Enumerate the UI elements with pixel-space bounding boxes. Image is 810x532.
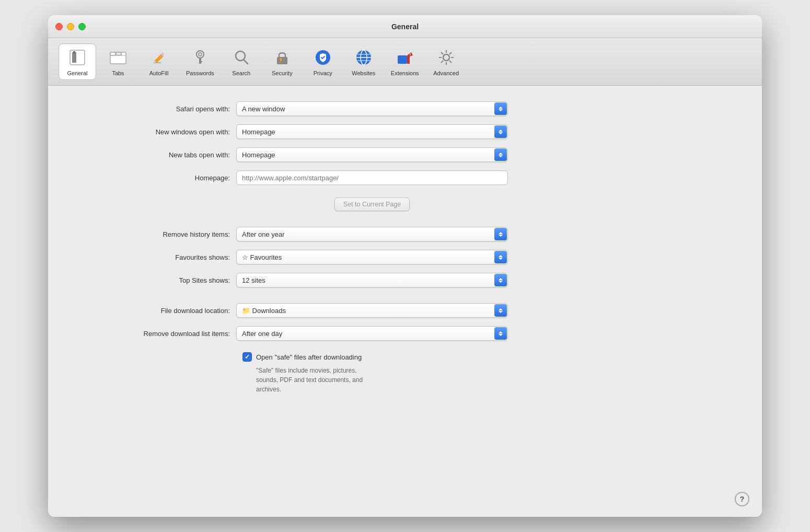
new-windows-select-wrapper: Homepage [236, 124, 508, 139]
new-windows-control: Homepage [236, 124, 508, 139]
passwords-icon [190, 47, 211, 68]
favourites-shows-control: ☆ Favourites [236, 250, 508, 264]
safari-preferences-window: General General [48, 15, 762, 517]
tab-websites[interactable]: Websites [345, 44, 383, 79]
new-windows-row: New windows open with: Homepage [69, 124, 741, 139]
content-area: Safari opens with: A new window New wind… [48, 86, 762, 517]
tab-autofill-label: AutoFill [149, 70, 169, 76]
open-safe-files-description: "Safe" files include movies, pictures, s… [242, 366, 741, 394]
file-download-row: File download location: 📁 Downloads [69, 303, 741, 318]
websites-icon [353, 47, 374, 68]
svg-rect-27 [398, 55, 407, 64]
minimize-button[interactable] [67, 23, 74, 30]
tab-general[interactable]: General [59, 43, 96, 80]
tab-security[interactable]: Security [263, 44, 301, 79]
svg-point-10 [196, 51, 204, 58]
favourites-shows-label: Favourites shows: [69, 253, 236, 261]
favourites-shows-row: Favourites shows: ☆ Favourites [69, 250, 741, 264]
top-sites-row: Top Sites shows: 12 sites [69, 273, 741, 287]
new-tabs-label: New tabs open with: [69, 151, 236, 159]
set-current-page-button[interactable]: Set to Current Page [334, 198, 410, 211]
svg-line-16 [244, 60, 248, 64]
top-sites-select[interactable]: 12 sites [236, 273, 508, 287]
remove-history-label: Remove history items: [69, 230, 236, 238]
extensions-icon [395, 47, 415, 68]
file-download-select[interactable]: 📁 Downloads [236, 303, 508, 318]
svg-point-19 [280, 58, 282, 60]
set-current-page-row: Set to Current Page [69, 193, 741, 211]
content-wrapper: Safari opens with: A new window New wind… [48, 86, 762, 517]
advanced-icon [436, 47, 457, 68]
toolbar: General Tabs [48, 38, 762, 86]
close-button[interactable] [55, 23, 63, 30]
tab-security-label: Security [272, 70, 293, 76]
remove-history-select[interactable]: After one year [236, 227, 508, 241]
remove-download-control: After one day [236, 326, 508, 341]
svg-point-12 [199, 53, 202, 56]
svg-rect-17 [277, 57, 287, 64]
remove-download-select[interactable]: After one day [236, 326, 508, 341]
tab-advanced-label: Advanced [433, 70, 459, 76]
safari-opens-select[interactable]: A new window [236, 101, 508, 116]
maximize-button[interactable] [78, 23, 86, 30]
open-safe-files-wrapper: Open "safe" files after downloading [242, 352, 362, 362]
top-sites-label: Top Sites shows: [69, 276, 236, 284]
favourites-shows-select-wrapper: ☆ Favourites [236, 250, 508, 264]
favourites-shows-select[interactable]: ☆ Favourites [236, 250, 508, 264]
file-download-select-wrapper: 📁 Downloads [236, 303, 508, 318]
tab-privacy[interactable]: Privacy [304, 44, 342, 79]
new-tabs-select[interactable]: Homepage [236, 147, 508, 162]
safari-opens-select-wrapper: A new window [236, 101, 508, 116]
homepage-control [236, 170, 508, 185]
security-icon [272, 47, 293, 68]
new-tabs-select-wrapper: Homepage [236, 147, 508, 162]
help-button[interactable]: ? [735, 492, 749, 506]
tab-tabs[interactable]: Tabs [99, 44, 137, 79]
file-download-control: 📁 Downloads [236, 303, 508, 318]
privacy-icon [313, 47, 333, 68]
tab-tabs-label: Tabs [112, 70, 124, 76]
open-safe-files-checkbox[interactable] [242, 352, 252, 362]
tab-passwords[interactable]: Passwords [181, 44, 219, 79]
homepage-row: Homepage: [69, 170, 741, 185]
tabs-icon [108, 47, 129, 68]
safari-opens-label: Safari opens with: [69, 105, 236, 113]
new-tabs-row: New tabs open with: Homepage [69, 147, 741, 162]
svg-line-36 [449, 52, 452, 54]
remove-history-row: Remove history items: After one year [69, 227, 741, 241]
homepage-input[interactable] [236, 170, 508, 185]
window-title: General [391, 22, 419, 31]
search-icon [231, 47, 252, 68]
tab-extensions-label: Extensions [391, 70, 419, 76]
set-current-page-control: Set to Current Page [236, 193, 508, 211]
homepage-label: Homepage: [69, 174, 236, 182]
tab-search-label: Search [232, 70, 250, 76]
tab-autofill[interactable]: AutoFill [140, 44, 178, 79]
svg-rect-2 [73, 51, 75, 53]
open-safe-files-row: Open "safe" files after downloading [242, 352, 741, 362]
tab-advanced[interactable]: Advanced [427, 44, 465, 79]
new-windows-select[interactable]: Homepage [236, 124, 508, 139]
window-controls [55, 23, 86, 30]
svg-line-34 [441, 52, 443, 54]
remove-download-select-wrapper: After one day [236, 326, 508, 341]
titlebar: General [48, 15, 762, 38]
file-download-label: File download location: [69, 307, 236, 315]
new-tabs-control: Homepage [236, 147, 508, 162]
svg-line-35 [449, 61, 452, 63]
svg-line-37 [441, 61, 443, 63]
new-windows-label: New windows open with: [69, 128, 236, 136]
svg-rect-5 [116, 52, 121, 55]
remove-history-select-wrapper: After one year [236, 227, 508, 241]
safari-opens-row: Safari opens with: A new window [69, 101, 741, 116]
safari-opens-control: A new window [236, 101, 508, 116]
general-icon [67, 47, 88, 68]
svg-point-29 [443, 54, 449, 61]
tab-passwords-label: Passwords [186, 70, 214, 76]
tab-extensions[interactable]: Extensions [386, 44, 424, 79]
top-sites-select-wrapper: 12 sites [236, 273, 508, 287]
tab-search[interactable]: Search [223, 44, 260, 79]
open-safe-files-label: Open "safe" files after downloading [256, 353, 362, 361]
svg-rect-1 [72, 52, 76, 63]
remove-download-label: Remove download list items: [69, 330, 236, 338]
